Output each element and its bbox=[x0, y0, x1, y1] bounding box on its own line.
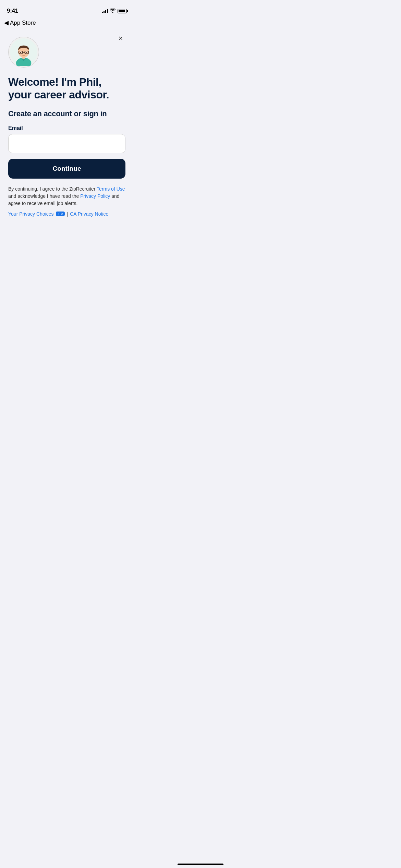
privacy-badge-icon: ✓ ✕ bbox=[56, 212, 65, 216]
email-label: Email bbox=[8, 125, 125, 131]
avatar bbox=[8, 37, 39, 68]
ca-privacy-notice-link[interactable]: CA Privacy Notice bbox=[70, 211, 108, 217]
privacy-policy-link[interactable]: Privacy Policy bbox=[80, 193, 110, 199]
svg-point-9 bbox=[20, 52, 21, 53]
signal-icon bbox=[102, 9, 108, 13]
battery-icon bbox=[118, 9, 127, 13]
legal-before-terms: By continuing, I agree to the ZipRecruit… bbox=[8, 186, 97, 192]
status-bar: 9:41 bbox=[0, 0, 134, 17]
privacy-separator: | bbox=[67, 211, 68, 217]
email-input[interactable] bbox=[8, 134, 125, 153]
status-icons bbox=[102, 9, 127, 14]
your-privacy-choices-link[interactable]: Your Privacy Choices bbox=[8, 211, 54, 217]
privacy-badge-check-icon: ✓ bbox=[57, 212, 60, 216]
status-time: 9:41 bbox=[7, 8, 18, 14]
main-content: Welcome! I'm Phil, your career advisor. … bbox=[0, 28, 134, 228]
legal-after-terms: and acknowledge I have read the bbox=[8, 193, 80, 199]
sub-heading: Create an account or sign in bbox=[8, 109, 125, 118]
nav-bar: ◀ App Store bbox=[0, 17, 134, 28]
back-button[interactable]: ◀ App Store bbox=[4, 19, 36, 26]
continue-button[interactable]: Continue bbox=[8, 159, 125, 179]
wifi-icon bbox=[110, 9, 116, 14]
privacy-badge-x-icon: ✕ bbox=[61, 212, 63, 216]
svg-point-10 bbox=[26, 52, 27, 53]
terms-of-use-link[interactable]: Terms of Use bbox=[97, 186, 125, 192]
legal-text: By continuing, I agree to the ZipRecruit… bbox=[8, 185, 125, 207]
back-arrow-icon: ◀ bbox=[4, 19, 9, 26]
privacy-row: Your Privacy Choices ✓ ✕ | CA Privacy No… bbox=[8, 211, 125, 217]
back-label: App Store bbox=[10, 20, 36, 26]
welcome-heading: Welcome! I'm Phil, your career advisor. bbox=[8, 76, 125, 101]
close-button[interactable]: × bbox=[115, 33, 126, 44]
